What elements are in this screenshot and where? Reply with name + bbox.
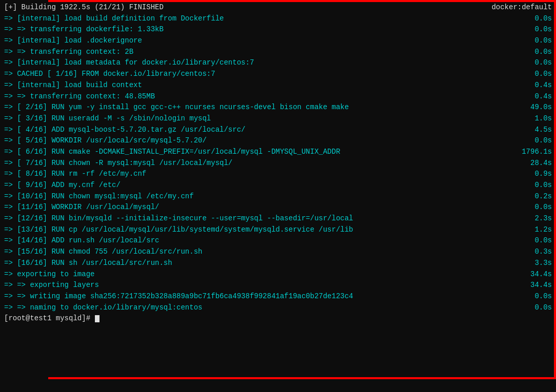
line-content: => [ 4/16] ADD mysql-boost-5.7.20.tar.gz… bbox=[4, 125, 516, 136]
line-time: 1796.1s bbox=[516, 147, 552, 158]
output-line: => [ 9/16] ADD my.cnf /etc/0.0s bbox=[0, 180, 556, 191]
output-line: => [ 3/16] RUN useradd -M -s /sbin/nolog… bbox=[0, 113, 556, 125]
line-time: 0.0s bbox=[516, 69, 552, 80]
terminal-window: [+] Building 1922.5s (21/21) FINISHED do… bbox=[0, 0, 556, 392]
output-line: => [internal] load metadata for docker.i… bbox=[0, 57, 556, 69]
docker-context: docker:default bbox=[491, 2, 552, 13]
line-content: => [internal] load metadata for docker.i… bbox=[4, 57, 516, 69]
line-time: 0.0s bbox=[516, 180, 552, 191]
line-content: => exporting to image bbox=[4, 269, 516, 280]
border-top bbox=[48, 0, 556, 2]
line-time: 0.4s bbox=[516, 91, 552, 102]
line-content: => => transferring context: 2B bbox=[4, 47, 516, 58]
output-line: => => transferring context: 2B0.0s bbox=[0, 47, 556, 58]
line-content: => [11/16] WORKDIR /usr/local/mysql/ bbox=[4, 202, 516, 213]
line-content: => [ 3/16] RUN useradd -M -s /sbin/nolog… bbox=[4, 113, 516, 125]
output-line: => [14/16] ADD run.sh /usr/local/src0.0s bbox=[0, 235, 556, 246]
output-line: => => writing image sha256:7217352b328a8… bbox=[0, 291, 556, 302]
output-line: => [ 6/16] RUN cmake -DCMAKE_INSTALL_PRE… bbox=[0, 147, 556, 158]
line-time: 34.4s bbox=[516, 280, 552, 291]
output-line: => [13/16] RUN cp /usr/local/mysql/usr/l… bbox=[0, 224, 556, 236]
output-line: => [internal] load build context0.4s bbox=[0, 80, 556, 91]
line-content: => [15/16] RUN chmod 755 /usr/local/src/… bbox=[4, 246, 516, 258]
line-time: 1.2s bbox=[516, 224, 552, 236]
build-status: [+] Building 1922.5s (21/21) FINISHED bbox=[4, 2, 164, 13]
output-line: => [10/16] RUN chown mysql:mysql /etc/my… bbox=[0, 191, 556, 202]
line-content: => [16/16] RUN sh /usr/local/src/run.sh bbox=[4, 258, 516, 269]
prompt-text: [root@test1 mysqld]# bbox=[4, 314, 94, 322]
line-time: 0.9s bbox=[516, 169, 552, 180]
output-line: => [internal] load .dockerignore0.0s bbox=[0, 35, 556, 47]
line-content: => [10/16] RUN chown mysql:mysql /etc/my… bbox=[4, 191, 516, 202]
line-time: 0.0s bbox=[516, 235, 552, 246]
output-line: => exporting to image34.4s bbox=[0, 269, 556, 280]
output-line: => => transferring context: 48.85MB0.4s bbox=[0, 91, 556, 102]
output-line: => CACHED [ 1/16] FROM docker.io/library… bbox=[0, 69, 556, 80]
output-line: => [11/16] WORKDIR /usr/local/mysql/0.0s bbox=[0, 202, 556, 213]
line-time: 34.4s bbox=[516, 269, 552, 280]
line-content: => [14/16] ADD run.sh /usr/local/src bbox=[4, 235, 516, 246]
output-line: => [ 4/16] ADD mysql-boost-5.7.20.tar.gz… bbox=[0, 125, 556, 136]
line-content: => [ 6/16] RUN cmake -DCMAKE_INSTALL_PRE… bbox=[4, 147, 516, 158]
border-right bbox=[554, 0, 556, 379]
output-line: => [16/16] RUN sh /usr/local/src/run.sh3… bbox=[0, 258, 556, 269]
output-line: => [ 8/16] RUN rm -rf /etc/my.cnf0.9s bbox=[0, 169, 556, 180]
output-line: => => naming to docker.io/library/mysql:… bbox=[0, 302, 556, 314]
line-content: => [internal] load build definition from… bbox=[4, 13, 516, 25]
border-bottom bbox=[48, 377, 556, 379]
line-time: 3.3s bbox=[516, 258, 552, 269]
line-time: 0.0s bbox=[516, 135, 552, 147]
output-lines: => [internal] load build definition from… bbox=[0, 13, 556, 314]
line-time: 0.0s bbox=[516, 291, 552, 302]
line-time: 0.4s bbox=[516, 80, 552, 91]
output-line: => [12/16] RUN bin/mysqld --initialize-i… bbox=[0, 213, 556, 224]
line-content: => [12/16] RUN bin/mysqld --initialize-i… bbox=[4, 213, 516, 224]
line-content: => => transferring dockerfile: 1.33kB bbox=[4, 24, 516, 35]
line-content: => => writing image sha256:7217352b328a8… bbox=[4, 291, 516, 302]
output-line: => => transferring dockerfile: 1.33kB0.0… bbox=[0, 24, 556, 35]
line-content: => [ 8/16] RUN rm -rf /etc/my.cnf bbox=[4, 169, 516, 180]
line-time: 0.0s bbox=[516, 202, 552, 213]
output-line: => [15/16] RUN chmod 755 /usr/local/src/… bbox=[0, 246, 556, 258]
line-time: 49.0s bbox=[516, 102, 552, 113]
line-time: 4.5s bbox=[516, 125, 552, 136]
line-content: => [ 5/16] WORKDIR /usr/local/src/mysql-… bbox=[4, 135, 516, 147]
output-line: => [ 7/16] RUN chown -R mysql:mysql /usr… bbox=[0, 158, 556, 169]
header-line: [+] Building 1922.5s (21/21) FINISHED do… bbox=[0, 2, 556, 13]
line-content: => => exporting layers bbox=[4, 280, 516, 291]
line-content: => [ 7/16] RUN chown -R mysql:mysql /usr… bbox=[4, 158, 516, 169]
line-time: 0.2s bbox=[516, 191, 552, 202]
line-content: => [ 9/16] ADD my.cnf /etc/ bbox=[4, 180, 516, 191]
line-content: => => naming to docker.io/library/mysql:… bbox=[4, 302, 516, 314]
line-content: => [ 2/16] RUN yum -y install gcc gcc-c+… bbox=[4, 102, 516, 113]
line-time: 2.3s bbox=[516, 213, 552, 224]
line-time: 0.0s bbox=[516, 24, 552, 35]
line-time: 28.4s bbox=[516, 158, 552, 169]
line-time: 0.3s bbox=[516, 246, 552, 258]
line-time: 0.0s bbox=[516, 13, 552, 25]
output-line: => [ 2/16] RUN yum -y install gcc gcc-c+… bbox=[0, 102, 556, 113]
line-time: 1.0s bbox=[516, 113, 552, 125]
line-time: 0.0s bbox=[516, 35, 552, 47]
line-time: 0.0s bbox=[516, 47, 552, 58]
output-line: => [ 5/16] WORKDIR /usr/local/src/mysql-… bbox=[0, 135, 556, 147]
line-content: => [13/16] RUN cp /usr/local/mysql/usr/l… bbox=[4, 224, 516, 236]
line-time: 0.0s bbox=[516, 57, 552, 69]
line-time: 0.0s bbox=[516, 302, 552, 314]
prompt-line[interactable]: [root@test1 mysqld]# bbox=[0, 313, 556, 324]
line-content: => [internal] load .dockerignore bbox=[4, 35, 516, 47]
line-content: => [internal] load build context bbox=[4, 80, 516, 91]
output-line: => [internal] load build definition from… bbox=[0, 13, 556, 25]
output-line: => => exporting layers34.4s bbox=[0, 280, 556, 291]
line-content: => => transferring context: 48.85MB bbox=[4, 91, 516, 102]
line-content: => CACHED [ 1/16] FROM docker.io/library… bbox=[4, 69, 516, 80]
cursor bbox=[95, 315, 100, 322]
